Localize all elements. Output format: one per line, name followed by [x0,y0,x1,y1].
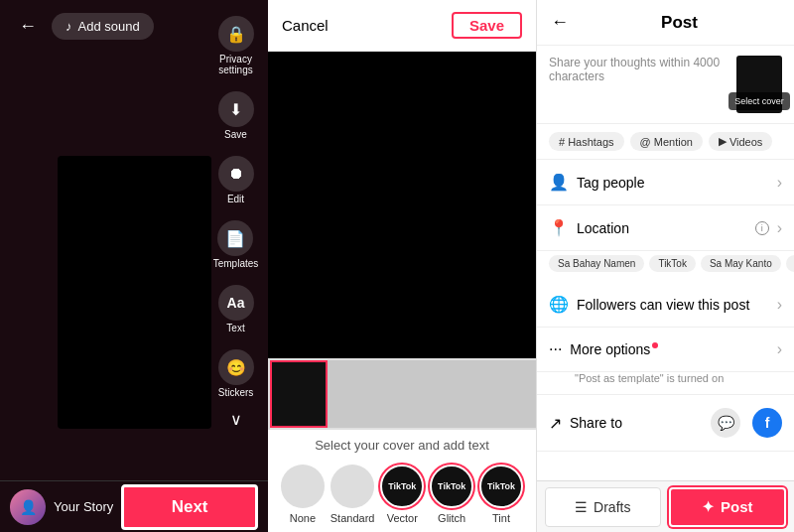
followers-label: Followers can view this post [577,297,777,313]
filter-vector-label: Vector [387,512,418,524]
add-sound-label: Add sound [78,19,140,34]
cover-thumb[interactable]: Select cover [736,56,782,113]
video-cover-area [268,52,536,358]
filter-vector[interactable]: TikTok Vector [380,465,424,524]
avatar: 👤 [10,489,46,525]
edit-label: Edit [227,194,244,204]
text-icon-item[interactable]: Aa Text [214,279,258,339]
location-info-icon: i [755,221,769,235]
more-options-icon: ··· [549,340,562,358]
privacy-icon: 🔒 [218,16,254,52]
share-row[interactable]: ↗ Share to 💬 f [537,395,794,452]
filter-standard-circle [331,465,374,508]
timeline-thumb [270,360,328,428]
post-button[interactable]: ✦ Post [669,487,787,527]
followers-row[interactable]: 🌐 Followers can view this post › [537,282,794,328]
location-icon: 📍 [549,218,569,237]
hashtag-icon: # [559,136,565,148]
filter-glitch-circle: TikTok [430,465,473,508]
tag-people-icon: 👤 [549,173,569,192]
share-icons: 💬 f [711,408,782,438]
save-label: Save [224,129,247,140]
back-button[interactable]: ← [14,12,42,40]
videos-icon: ▶ [719,135,727,148]
more-options-row[interactable]: ··· More options › [537,328,794,372]
location-chip-4[interactable]: KAHIT S [786,255,794,272]
location-chevron-icon: › [777,219,782,237]
timeline-strip[interactable] [268,358,536,430]
filter-none[interactable]: None [281,465,325,524]
select-cover-badge: Select cover [728,92,790,110]
your-story-label: Your Story [54,499,113,514]
videos-chip[interactable]: ▶ Videos [709,132,772,151]
messenger-icon[interactable]: 💬 [711,408,740,438]
templates-icon-item[interactable]: 📄 Templates [209,214,263,275]
more-options-label: More options [570,341,776,357]
timeline-gray [328,360,536,428]
text-label: Text [226,323,244,333]
add-sound-button[interactable]: ♪ Add sound [52,13,154,40]
right-title: Post [579,13,780,33]
mention-label: Mention [654,136,693,148]
location-chip-2[interactable]: TikTok [649,255,696,272]
share-to-label: Share to [570,415,711,431]
facebook-icon[interactable]: f [752,408,782,438]
drafts-icon: ☰ [575,499,588,515]
caption-area[interactable]: Share your thoughts within 4000 characte… [537,46,794,124]
filter-tint[interactable]: TikTok Tint [479,465,523,524]
filter-options: None Standard TikTok Vector TikTok Glitc… [268,459,536,532]
followers-chevron-icon: › [777,296,782,314]
mention-icon: @ [640,136,651,148]
location-label: Location [577,220,752,236]
left-panel: ← ♪ Add sound 🔒 Privacysettings ⬇ Save ⏺… [0,0,268,532]
more-chevron-icon[interactable]: ∨ [230,410,242,429]
followers-icon: 🌐 [549,295,569,314]
tag-people-chevron-icon: › [777,174,782,192]
filter-glitch-label: Glitch [438,512,465,524]
drafts-label: Drafts [594,499,630,515]
save-icon: ⬇ [218,91,254,127]
video-black-preview [58,156,211,429]
right-icon-panel: 🔒 Privacysettings ⬇ Save ⏺ Edit 📄 Templa… [203,10,268,429]
location-chip-3[interactable]: Sa May Kanto [701,255,781,272]
select-cover-text: Select your cover and add text [268,430,536,459]
next-button[interactable]: Next [121,484,258,530]
edit-icon-item[interactable]: ⏺ Edit [214,150,258,210]
mention-chip[interactable]: @ Mention [630,132,703,151]
edit-icon: ⏺ [218,156,254,192]
red-dot [652,342,658,348]
stickers-label: Stickers [218,387,254,398]
right-back-button[interactable]: ← [551,12,569,33]
privacy-settings-icon-item[interactable]: 🔒 Privacysettings [214,10,258,81]
tag-people-row[interactable]: 👤 Tag people › [537,160,794,205]
location-chip-1[interactable]: Sa Bahay Namen [549,255,644,272]
music-icon: ♪ [66,19,72,34]
cancel-button[interactable]: Cancel [282,17,329,34]
save-icon-item[interactable]: ⬇ Save [214,85,258,146]
filter-vector-circle: TikTok [380,465,424,508]
filter-standard[interactable]: Standard [331,465,375,524]
filter-glitch[interactable]: TikTok Glitch [430,465,473,524]
right-panel: ← Post Share your thoughts within 4000 c… [536,0,794,532]
stickers-icon-item[interactable]: 😊 Stickers [214,343,258,404]
stickers-icon: 😊 [218,349,254,385]
tag-row: # Hashtags @ Mention ▶ Videos [537,124,794,160]
middle-panel: Cancel Save Select your cover and add te… [268,0,536,532]
filter-tint-circle: TikTok [479,465,523,508]
share-icon: ↗ [549,414,562,433]
text-icon: Aa [218,285,254,321]
post-label: Post [721,498,753,515]
filter-none-label: None [290,512,316,524]
privacy-label: Privacysettings [218,54,252,75]
more-options-chevron-icon: › [777,340,782,358]
more-options-note: "Post as template" is turned on [537,372,794,395]
right-content: Share your thoughts within 4000 characte… [537,46,794,480]
save-button-middle[interactable]: Save [452,12,522,39]
location-row[interactable]: 📍 Location i › [537,205,794,251]
right-header: ← Post [537,0,794,46]
hashtags-chip[interactable]: # Hashtags [549,132,624,151]
templates-label: Templates [213,258,259,269]
middle-top-bar: Cancel Save [268,0,536,52]
drafts-button[interactable]: ☰ Drafts [545,487,661,527]
bottom-bar-left: 👤 Your Story Next [0,480,268,532]
